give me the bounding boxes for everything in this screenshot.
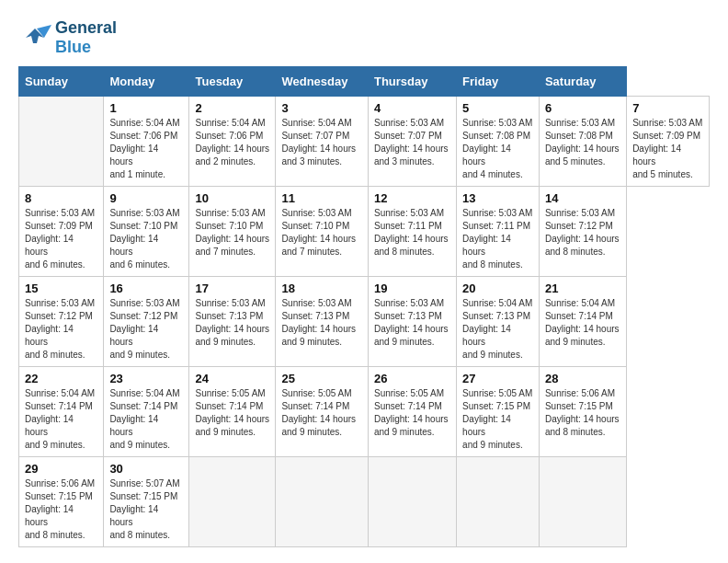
calendar-week-row: 8Sunrise: 5:03 AM Sunset: 7:09 PM Daylig… [19, 187, 710, 277]
calendar-day-cell: 28Sunrise: 5:06 AM Sunset: 7:15 PM Dayli… [539, 367, 626, 457]
day-info: Sunrise: 5:03 AM Sunset: 7:12 PM Dayligh… [25, 297, 97, 362]
calendar-day-cell: 9Sunrise: 5:03 AM Sunset: 7:10 PM Daylig… [104, 187, 189, 277]
day-number: 5 [462, 101, 533, 115]
column-header-monday: Monday [104, 67, 189, 97]
day-info: Sunrise: 5:04 AM Sunset: 7:06 PM Dayligh… [109, 117, 183, 181]
calendar-day-cell: 21Sunrise: 5:04 AM Sunset: 7:14 PM Dayli… [539, 277, 626, 367]
logo-blue-text: Blue [55, 38, 91, 56]
day-info: Sunrise: 5:04 AM Sunset: 7:06 PM Dayligh… [195, 117, 269, 168]
day-number: 19 [374, 282, 450, 295]
day-number: 6 [545, 101, 620, 115]
day-info: Sunrise: 5:03 AM Sunset: 7:13 PM Dayligh… [281, 297, 362, 349]
day-number: 17 [195, 282, 269, 295]
day-number: 26 [374, 372, 450, 385]
day-number: 3 [281, 101, 362, 115]
calendar-day-cell: 1Sunrise: 5:04 AM Sunset: 7:06 PM Daylig… [104, 97, 189, 187]
calendar-day-cell: 26Sunrise: 5:05 AM Sunset: 7:14 PM Dayli… [368, 367, 456, 457]
day-number: 25 [281, 372, 362, 385]
logo: General Blue [18, 18, 117, 57]
day-info: Sunrise: 5:03 AM Sunset: 7:08 PM Dayligh… [545, 117, 620, 168]
day-info: Sunrise: 5:03 AM Sunset: 7:10 PM Dayligh… [195, 207, 269, 259]
calendar-day-cell: 23Sunrise: 5:04 AM Sunset: 7:14 PM Dayli… [104, 367, 189, 457]
column-header-friday: Friday [457, 67, 540, 97]
calendar-week-row: 29Sunrise: 5:06 AM Sunset: 7:15 PM Dayli… [19, 457, 710, 547]
day-info: Sunrise: 5:03 AM Sunset: 7:13 PM Dayligh… [195, 297, 269, 349]
calendar-week-row: 15Sunrise: 5:03 AM Sunset: 7:12 PM Dayli… [19, 277, 710, 367]
day-info: Sunrise: 5:03 AM Sunset: 7:10 PM Dayligh… [281, 207, 362, 259]
day-info: Sunrise: 5:03 AM Sunset: 7:13 PM Dayligh… [374, 297, 450, 349]
day-number: 1 [109, 101, 183, 115]
day-info: Sunrise: 5:03 AM Sunset: 7:10 PM Dayligh… [109, 207, 183, 271]
day-number: 9 [109, 191, 183, 205]
calendar-day-cell: 16Sunrise: 5:03 AM Sunset: 7:12 PM Dayli… [104, 277, 189, 367]
day-number: 22 [25, 372, 97, 385]
column-header-sunday: Sunday [19, 67, 104, 97]
calendar-day-cell: 7Sunrise: 5:03 AM Sunset: 7:09 PM Daylig… [627, 97, 710, 187]
column-header-tuesday: Tuesday [189, 67, 276, 97]
page-header: General Blue [18, 18, 710, 57]
calendar-table: SundayMondayTuesdayWednesdayThursdayFrid… [18, 66, 710, 547]
day-info: Sunrise: 5:03 AM Sunset: 7:09 PM Dayligh… [632, 117, 703, 181]
day-info: Sunrise: 5:04 AM Sunset: 7:13 PM Dayligh… [462, 297, 533, 362]
day-info: Sunrise: 5:05 AM Sunset: 7:14 PM Dayligh… [374, 387, 450, 439]
day-number: 27 [462, 372, 533, 385]
calendar-day-cell [276, 457, 369, 547]
day-info: Sunrise: 5:05 AM Sunset: 7:14 PM Dayligh… [195, 387, 269, 439]
calendar-day-cell: 29Sunrise: 5:06 AM Sunset: 7:15 PM Dayli… [19, 457, 104, 547]
calendar-day-cell: 4Sunrise: 5:03 AM Sunset: 7:07 PM Daylig… [368, 97, 456, 187]
calendar-day-cell: 24Sunrise: 5:05 AM Sunset: 7:14 PM Dayli… [189, 367, 276, 457]
calendar-day-cell: 27Sunrise: 5:05 AM Sunset: 7:15 PM Dayli… [457, 367, 540, 457]
calendar-day-cell: 30Sunrise: 5:07 AM Sunset: 7:15 PM Dayli… [104, 457, 189, 547]
day-number: 16 [109, 282, 183, 295]
calendar-day-cell: 25Sunrise: 5:05 AM Sunset: 7:14 PM Dayli… [276, 367, 369, 457]
calendar-day-cell: 17Sunrise: 5:03 AM Sunset: 7:13 PM Dayli… [189, 277, 276, 367]
calendar-day-cell: 6Sunrise: 5:03 AM Sunset: 7:08 PM Daylig… [539, 97, 626, 187]
day-number: 10 [195, 191, 269, 205]
day-info: Sunrise: 5:07 AM Sunset: 7:15 PM Dayligh… [109, 477, 183, 542]
day-number: 24 [195, 372, 269, 385]
calendar-day-cell [457, 457, 540, 547]
day-number: 23 [109, 372, 183, 385]
day-info: Sunrise: 5:03 AM Sunset: 7:12 PM Dayligh… [109, 297, 183, 362]
calendar-day-cell: 5Sunrise: 5:03 AM Sunset: 7:08 PM Daylig… [457, 97, 540, 187]
column-header-wednesday: Wednesday [276, 67, 369, 97]
calendar-header-row: SundayMondayTuesdayWednesdayThursdayFrid… [19, 67, 710, 97]
day-info: Sunrise: 5:03 AM Sunset: 7:09 PM Dayligh… [25, 207, 97, 271]
calendar-day-cell: 14Sunrise: 5:03 AM Sunset: 7:12 PM Dayli… [539, 187, 626, 277]
day-number: 30 [109, 462, 183, 476]
day-info: Sunrise: 5:04 AM Sunset: 7:14 PM Dayligh… [25, 387, 97, 452]
calendar-day-cell: 13Sunrise: 5:03 AM Sunset: 7:11 PM Dayli… [457, 187, 540, 277]
calendar-day-cell: 15Sunrise: 5:03 AM Sunset: 7:12 PM Dayli… [19, 277, 104, 367]
calendar-day-cell: 18Sunrise: 5:03 AM Sunset: 7:13 PM Dayli… [276, 277, 369, 367]
day-info: Sunrise: 5:06 AM Sunset: 7:15 PM Dayligh… [545, 387, 620, 439]
day-info: Sunrise: 5:03 AM Sunset: 7:08 PM Dayligh… [462, 117, 533, 181]
calendar-day-cell: 8Sunrise: 5:03 AM Sunset: 7:09 PM Daylig… [19, 187, 104, 277]
day-number: 20 [462, 282, 533, 295]
day-info: Sunrise: 5:05 AM Sunset: 7:14 PM Dayligh… [281, 387, 362, 439]
logo-bird-icon [18, 25, 51, 51]
day-info: Sunrise: 5:06 AM Sunset: 7:15 PM Dayligh… [25, 477, 97, 542]
day-info: Sunrise: 5:04 AM Sunset: 7:14 PM Dayligh… [545, 297, 620, 349]
day-number: 28 [545, 372, 620, 385]
day-number: 13 [462, 191, 533, 205]
calendar-day-cell: 22Sunrise: 5:04 AM Sunset: 7:14 PM Dayli… [19, 367, 104, 457]
calendar-day-cell: 10Sunrise: 5:03 AM Sunset: 7:10 PM Dayli… [189, 187, 276, 277]
day-number: 7 [632, 101, 703, 115]
column-header-saturday: Saturday [539, 67, 626, 97]
logo-general-text: General [55, 18, 117, 37]
day-number: 2 [195, 101, 269, 115]
calendar-day-cell [189, 457, 276, 547]
calendar-day-cell: 19Sunrise: 5:03 AM Sunset: 7:13 PM Dayli… [368, 277, 456, 367]
calendar-day-cell: 2Sunrise: 5:04 AM Sunset: 7:06 PM Daylig… [189, 97, 276, 187]
calendar-day-cell [539, 457, 626, 547]
day-number: 18 [281, 282, 362, 295]
day-info: Sunrise: 5:05 AM Sunset: 7:15 PM Dayligh… [462, 387, 533, 452]
day-info: Sunrise: 5:03 AM Sunset: 7:11 PM Dayligh… [374, 207, 450, 259]
day-info: Sunrise: 5:03 AM Sunset: 7:07 PM Dayligh… [374, 117, 450, 168]
calendar-day-cell: 20Sunrise: 5:04 AM Sunset: 7:13 PM Dayli… [457, 277, 540, 367]
calendar-week-row: 1Sunrise: 5:04 AM Sunset: 7:06 PM Daylig… [19, 97, 710, 187]
day-number: 11 [281, 191, 362, 205]
calendar-day-cell: 3Sunrise: 5:04 AM Sunset: 7:07 PM Daylig… [276, 97, 369, 187]
calendar-day-cell [19, 97, 104, 187]
day-number: 21 [545, 282, 620, 295]
